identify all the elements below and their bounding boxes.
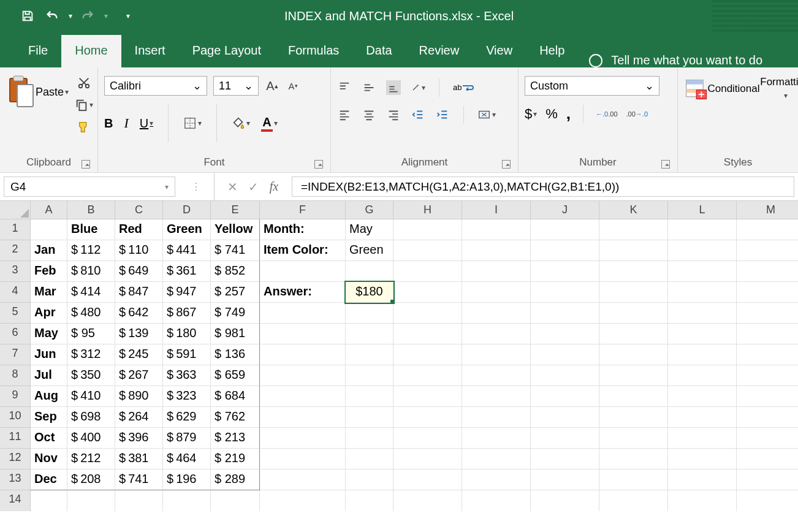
cell-j4[interactable] bbox=[531, 282, 599, 303]
cell-h3[interactable] bbox=[393, 261, 462, 282]
cell-j8[interactable] bbox=[531, 365, 599, 386]
cell-a12[interactable]: Nov bbox=[31, 449, 67, 469]
cell-h13[interactable] bbox=[393, 469, 462, 490]
decrease-decimal-icon[interactable]: .00→.0 bbox=[626, 111, 648, 117]
tab-help[interactable]: Help bbox=[526, 35, 578, 67]
col-header-h[interactable]: H bbox=[393, 201, 462, 219]
cell-l3[interactable] bbox=[668, 261, 737, 282]
cell-c1[interactable]: Red bbox=[115, 219, 163, 240]
cell-g1[interactable]: May bbox=[346, 219, 393, 240]
cell-m10[interactable] bbox=[737, 407, 798, 428]
cell-d11[interactable]: 879 bbox=[163, 428, 211, 449]
cell-g6[interactable] bbox=[346, 324, 393, 344]
align-left-icon[interactable] bbox=[337, 107, 352, 122]
cell-k12[interactable] bbox=[599, 449, 668, 469]
row-header-3[interactable]: 3 bbox=[0, 261, 31, 282]
col-header-k[interactable]: K bbox=[599, 201, 668, 219]
increase-indent-icon[interactable] bbox=[435, 107, 450, 122]
cell-l14[interactable] bbox=[668, 490, 737, 511]
cell-b8[interactable]: 350 bbox=[67, 365, 115, 386]
paste-dropdown-icon[interactable]: ▾ bbox=[65, 88, 69, 96]
cell-m9[interactable] bbox=[737, 386, 798, 407]
cell-g7[interactable] bbox=[346, 344, 393, 365]
font-size-combo[interactable]: 11⌄ bbox=[213, 76, 259, 96]
cell-a13[interactable]: Dec bbox=[31, 469, 67, 490]
cell-k7[interactable] bbox=[599, 344, 668, 365]
format-painter-icon[interactable] bbox=[75, 120, 93, 134]
cell-d3[interactable]: 361 bbox=[163, 261, 211, 282]
cell-g10[interactable] bbox=[346, 407, 393, 428]
cell-a10[interactable]: Sep bbox=[31, 407, 67, 428]
cell-e12[interactable]: 219 bbox=[211, 449, 260, 469]
cell-d4[interactable]: 947 bbox=[163, 282, 211, 303]
cell-a9[interactable]: Aug bbox=[31, 386, 67, 407]
cell-c5[interactable]: 642 bbox=[115, 303, 163, 324]
row-header-11[interactable]: 11 bbox=[0, 428, 31, 449]
cell-f8[interactable] bbox=[260, 365, 346, 386]
row-header-6[interactable]: 6 bbox=[0, 324, 31, 344]
cell-k8[interactable] bbox=[599, 365, 668, 386]
align-bottom-icon[interactable] bbox=[386, 80, 401, 95]
cell-b14[interactable] bbox=[67, 490, 115, 511]
tab-view[interactable]: View bbox=[473, 35, 526, 67]
row-header-9[interactable]: 9 bbox=[0, 386, 31, 407]
cell-e7[interactable]: 136 bbox=[211, 344, 260, 365]
cell-a5[interactable]: Apr bbox=[31, 303, 67, 324]
cell-b7[interactable]: 312 bbox=[67, 344, 115, 365]
tab-insert[interactable]: Insert bbox=[121, 35, 179, 67]
cell-g2[interactable]: Green bbox=[346, 240, 393, 261]
cell-m4[interactable] bbox=[737, 282, 798, 303]
cell-j1[interactable] bbox=[531, 219, 599, 240]
tab-review[interactable]: Review bbox=[406, 35, 473, 67]
cell-i13[interactable] bbox=[462, 469, 531, 490]
cell-e5[interactable]: 749 bbox=[211, 303, 260, 324]
cell-a4[interactable]: Mar bbox=[31, 282, 67, 303]
cell-k5[interactable] bbox=[599, 303, 668, 324]
accounting-format-icon[interactable]: $ ▾ bbox=[525, 106, 537, 122]
cell-j2[interactable] bbox=[531, 240, 599, 261]
cell-l7[interactable] bbox=[668, 344, 737, 365]
cell-c10[interactable]: 264 bbox=[115, 407, 163, 428]
row-header-4[interactable]: 4 bbox=[0, 282, 31, 303]
cell-m5[interactable] bbox=[737, 303, 798, 324]
cell-i3[interactable] bbox=[462, 261, 531, 282]
cell-i8[interactable] bbox=[462, 365, 531, 386]
align-middle-icon[interactable] bbox=[362, 80, 376, 95]
cell-g11[interactable] bbox=[346, 428, 393, 449]
row-header-10[interactable]: 10 bbox=[0, 407, 31, 428]
cell-i9[interactable] bbox=[462, 386, 531, 407]
cell-k14[interactable] bbox=[599, 490, 668, 511]
cell-d13[interactable]: 196 bbox=[163, 469, 211, 490]
font-name-combo[interactable]: Calibri⌄ bbox=[104, 76, 207, 96]
cell-b4[interactable]: 414 bbox=[67, 282, 115, 303]
cell-f4[interactable]: Answer: bbox=[260, 282, 346, 303]
undo-dropdown-icon[interactable]: ▾ bbox=[69, 12, 72, 20]
merge-center-icon[interactable]: ▾ bbox=[477, 108, 496, 121]
row-header-7[interactable]: 7 bbox=[0, 344, 31, 365]
percent-format-icon[interactable]: % bbox=[545, 106, 558, 122]
cell-h12[interactable] bbox=[393, 449, 462, 469]
cell-m7[interactable] bbox=[737, 344, 798, 365]
cell-j11[interactable] bbox=[531, 428, 599, 449]
col-header-b[interactable]: B bbox=[67, 201, 115, 219]
cell-d6[interactable]: 180 bbox=[163, 324, 211, 344]
alignment-launcher-icon[interactable] bbox=[502, 160, 511, 169]
row-header-2[interactable]: 2 bbox=[0, 240, 31, 261]
cell-f5[interactable] bbox=[260, 303, 346, 324]
cell-j13[interactable] bbox=[531, 469, 599, 490]
cell-b5[interactable]: 480 bbox=[67, 303, 115, 324]
cell-f14[interactable] bbox=[260, 490, 346, 511]
cell-c11[interactable]: 396 bbox=[115, 428, 163, 449]
cell-k1[interactable] bbox=[599, 219, 668, 240]
cell-e14[interactable] bbox=[211, 490, 260, 511]
cell-g9[interactable] bbox=[346, 386, 393, 407]
tab-home[interactable]: Home bbox=[61, 35, 121, 67]
col-header-a[interactable]: A bbox=[31, 201, 67, 219]
cell-d14[interactable] bbox=[163, 490, 211, 511]
comma-format-icon[interactable]: , bbox=[566, 104, 571, 123]
cell-l10[interactable] bbox=[668, 407, 737, 428]
cell-m2[interactable] bbox=[737, 240, 798, 261]
cell-h11[interactable] bbox=[393, 428, 462, 449]
row-header-8[interactable]: 8 bbox=[0, 365, 31, 386]
cell-d10[interactable]: 629 bbox=[163, 407, 211, 428]
